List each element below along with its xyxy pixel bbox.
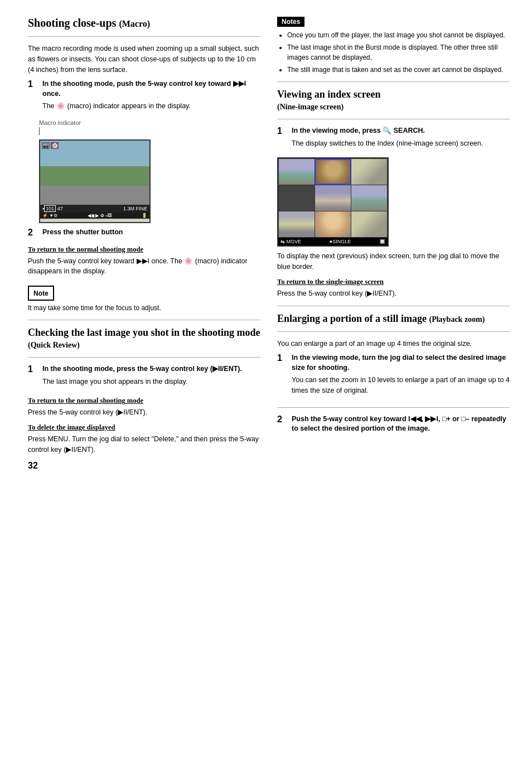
index-caption: To display the next (previous) index scr… (277, 251, 510, 272)
macro-indicator-label: Macro indicator (39, 119, 260, 126)
camera-lcd-display: 📷 🌸 ▪101 47 1.3M FINE ⚡ ▼⚙ ◀▣▶ ✿ •🖼 🔋 (39, 139, 151, 223)
index-grid (278, 158, 388, 238)
step-zoom-1-body: You can set the zoom in 10 levels to enl… (292, 375, 510, 396)
section-divider-8 (277, 407, 510, 408)
section-divider-4 (277, 81, 510, 82)
step-zoom-1-bold: In the viewing mode, turn the jog dial t… (292, 353, 510, 373)
camera-status-bar: ⚡ ▼⚙ ◀▣▶ ✿ •🖼 🔋 (40, 213, 149, 219)
left-column: Shooting close-ups (Macro) The macro rec… (28, 17, 260, 471)
section-divider-7 (277, 331, 510, 332)
return-single-title: To return to the single-image screen (277, 278, 510, 286)
delete-image-title: To delete the image displayed (28, 423, 260, 432)
return-single-body: Press the 5-way control key (▶II/ENT). (277, 288, 510, 299)
index-screen-display: ⇆ MOVE ●SINGLE 🔲 (277, 157, 389, 247)
step-num-idx-1: 1 (277, 126, 287, 153)
note-text: It may take some time for the focus to a… (28, 303, 260, 313)
section-divider-2 (28, 320, 260, 320)
note-label: Note (33, 290, 49, 297)
index-cell-6 (351, 185, 387, 211)
frame-number: ▪101 47 (42, 206, 63, 211)
index-cell-3 (351, 159, 387, 185)
step-2-content: Press the shutter button (42, 228, 260, 240)
return-normal-mode-body: Push the 5-way control key toward ▶▶I on… (28, 256, 260, 277)
step-idx-1-content: In the viewing mode, press 🔍 SEARCH. The… (292, 126, 510, 153)
step-zoom-2-bold: Push the 5-way control key toward I◀◀, ▶… (292, 414, 510, 434)
step-1-bold: In the shooting mode, push the 5-way con… (42, 79, 260, 99)
qr-return-normal-title: To return to the normal shooting mode (28, 397, 260, 405)
step-qr-1-bold: In the shooting mode, press the 5-way co… (42, 364, 260, 374)
macro-mode-icon: 🌸 (51, 142, 59, 149)
return-normal-mode-title: To return to the normal shooting mode (28, 245, 260, 254)
section-divider-3 (28, 357, 260, 358)
step-1-zoom: 1 In the viewing mode, turn the jog dial… (277, 353, 510, 401)
step-zoom-1-content: In the viewing mode, turn the jog dial t… (292, 353, 510, 401)
step-num-1: 1 (28, 79, 38, 116)
step-qr-1-body: The last image you shot appears in the d… (42, 377, 260, 387)
step-idx-1-body: The display switches to the Index (nine-… (292, 138, 510, 149)
index-cell-4 (279, 185, 315, 211)
step-zoom-2-content: Push the 5-way control key toward I◀◀, ▶… (292, 414, 510, 436)
checking-last-image-title: Checking the last image you shot in the … (28, 327, 260, 350)
shooting-closeups-title: Shooting close-ups (Macro) (28, 17, 260, 30)
step-num-zoom-2: 2 (277, 414, 287, 436)
quality-label: 1.3M FINE (123, 206, 147, 211)
section-divider-5 (277, 119, 510, 119)
step-1-closeups: 1 In the shooting mode, push the 5-way c… (28, 79, 260, 116)
viewing-index-title: Viewing an index screen (Nine-image scre… (277, 89, 510, 112)
shooting-closeups-intro: The macro recording mode is used when zo… (28, 44, 260, 75)
index-cell-2 (315, 159, 351, 185)
macro-indicator-area: Macro indicator 📷 🌸 ▪101 47 1.3M FINE ⚡ … (28, 119, 260, 223)
step-2-bold: Press the shutter button (42, 228, 260, 238)
index-cell-9 (351, 211, 387, 237)
note-item-1: Once you turn off the player, the last i… (287, 30, 510, 40)
note-box: Note (28, 286, 54, 301)
step-1-quickreview: 1 In the shooting mode, press the 5-way … (28, 364, 260, 391)
step-1-body: The 🌸 (macro) indicator appears in the d… (42, 101, 260, 112)
notes-list: Once you turn off the player, the last i… (277, 30, 510, 75)
step-num-zoom-1: 1 (277, 353, 287, 401)
enlarging-title: Enlarging a portion of a still image (Pl… (277, 313, 510, 325)
camera-top-icons: 📷 🌸 (42, 142, 59, 149)
index-status-single: ●SINGLE (330, 239, 351, 244)
index-status-icon: 🔲 (379, 239, 385, 244)
camera-mode-icon: 📷 (42, 142, 50, 149)
step-1-content: In the shooting mode, push the 5-way con… (42, 79, 260, 116)
index-cell-1 (279, 159, 315, 185)
step-2-zoom: 2 Push the 5-way control key toward I◀◀,… (277, 414, 510, 436)
camera-landscape-image: 📷 🌸 (40, 141, 149, 205)
step-qr-1-content: In the shooting mode, press the 5-way co… (42, 364, 260, 391)
index-cell-8 (315, 211, 351, 237)
notes-section: Notes Once you turn off the player, the … (277, 17, 510, 75)
step-num-qr-1: 1 (28, 364, 38, 391)
section-divider-6 (277, 306, 510, 306)
section-divider-1 (28, 36, 260, 37)
page-number: 32 (28, 461, 260, 471)
delete-image-body: Press MENU. Turn the jog dial to select … (28, 434, 260, 455)
notes-header: Notes (277, 17, 304, 27)
note-item-3: The still image that is taken and set as… (287, 65, 510, 75)
index-status-bar: ⇆ MOVE ●SINGLE 🔲 (278, 238, 388, 245)
qr-return-normal-body: Press the 5-way control key (▶II/ENT). (28, 407, 260, 418)
camera-bottom-bar: ▪101 47 1.3M FINE (40, 205, 149, 213)
index-status-move: ⇆ MOVE (280, 239, 301, 244)
note-item-2: The last image shot in the Burst mode is… (287, 42, 510, 62)
step-2-closeups: 2 Press the shutter button (28, 228, 260, 240)
index-cell-7 (279, 211, 315, 237)
right-column: Notes Once you turn off the player, the … (277, 17, 510, 471)
step-num-2: 2 (28, 228, 38, 240)
step-idx-1-bold: In the viewing mode, press 🔍 SEARCH. (292, 126, 510, 136)
index-cell-5 (315, 185, 351, 211)
enlarging-intro: You can enlarge a part of an image up 4 … (277, 339, 510, 349)
step-1-index: 1 In the viewing mode, press 🔍 SEARCH. T… (277, 126, 510, 153)
